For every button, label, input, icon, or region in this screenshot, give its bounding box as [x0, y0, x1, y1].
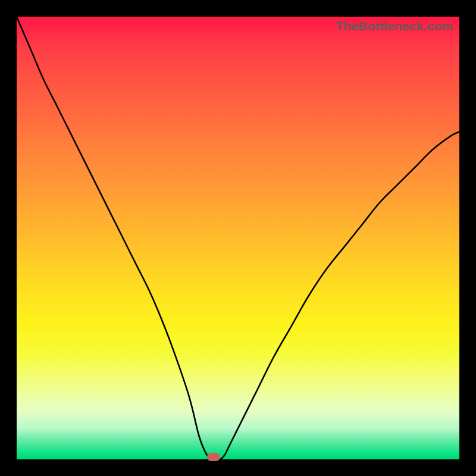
outer-frame: TheBottleneck.com [0, 0, 476, 476]
plot-area: TheBottleneck.com [17, 17, 459, 459]
minimum-marker [207, 453, 220, 461]
bottleneck-curve [17, 17, 459, 459]
